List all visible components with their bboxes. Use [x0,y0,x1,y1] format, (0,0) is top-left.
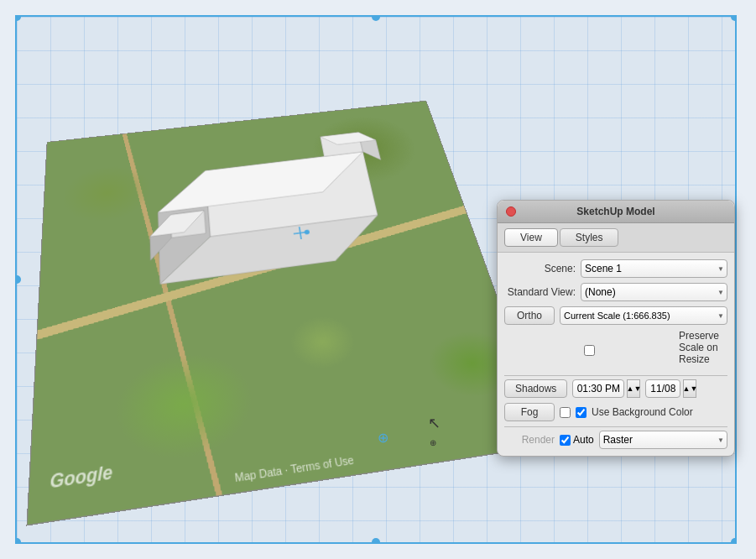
auto-checkbox-wrapper: Auto [560,434,594,446]
standard-view-row: Standard View: (None) [504,283,727,301]
scene-select-wrapper: Scene 1 [581,259,727,278]
raster-select[interactable]: Raster [599,431,727,449]
sketchup-model-panel: SketchUp Model View Styles Scene: Scene … [497,200,735,457]
handle-bottom-left[interactable] [15,538,21,544]
panel-titlebar: SketchUp Model [498,201,734,223]
handle-bottom-right[interactable] [731,538,737,544]
shadows-time-input[interactable] [572,379,624,398]
shadows-date-input[interactable] [645,379,680,398]
auto-label[interactable]: Auto [573,434,594,446]
divider-1 [504,375,727,376]
handle-top-mid[interactable] [372,15,380,21]
standard-view-label: Standard View: [504,286,576,298]
fog-row: Fog Use Background Color [504,403,727,421]
panel-close-button[interactable] [506,206,516,217]
preserve-scale-checkbox[interactable] [584,345,595,356]
render-label: Render [504,434,555,446]
panel-tabs: View Styles [498,223,734,253]
handle-mid-left[interactable] [15,275,21,284]
scene-select[interactable]: Scene 1 [581,259,727,278]
shadows-button[interactable]: Shadows [504,379,567,398]
preserve-scale-label[interactable]: Preserve Scale on Resize [599,330,727,365]
tab-styles[interactable]: Styles [560,228,619,247]
render-row: Render Auto Raster [504,431,727,449]
tab-view[interactable]: View [504,228,558,247]
time-wrapper: ▲▼ [572,379,640,398]
panel-title: SketchUp Model [523,206,709,217]
use-background-checkbox[interactable] [576,407,587,418]
date-wrapper: ▲▼ [645,379,696,398]
preserve-scale-row: Preserve Scale on Resize [504,330,727,370]
handle-bottom-mid[interactable] [372,538,380,544]
fog-button[interactable]: Fog [504,403,555,421]
handle-top-left[interactable] [15,15,21,21]
scale-select[interactable]: Current Scale (1:666.835) [560,306,727,325]
shadows-date-stepper[interactable]: ▲▼ [683,379,696,398]
standard-view-select[interactable]: (None) [581,283,727,301]
divider-2 [504,426,727,427]
standard-view-select-wrapper: (None) [581,283,727,301]
shadows-time-stepper[interactable]: ▲▼ [627,379,640,398]
auto-checkbox[interactable] [560,435,571,446]
ortho-scale-row: Ortho Current Scale (1:666.835) [504,306,727,325]
ortho-button[interactable]: Ortho [504,306,555,325]
scale-select-wrapper: Current Scale (1:666.835) [560,306,727,325]
handle-top-right[interactable] [731,15,737,21]
raster-select-wrapper: Raster [599,431,727,449]
panel-body: Scene: Scene 1 Standard View: (None) Ort… [498,253,734,456]
use-background-label[interactable]: Use Background Color [592,406,693,418]
shadows-row: Shadows ▲▼ ▲▼ [504,379,727,398]
fog-checkbox[interactable] [560,407,571,418]
scene-row: Scene: Scene 1 [504,259,727,278]
scene-label: Scene: [504,263,576,274]
